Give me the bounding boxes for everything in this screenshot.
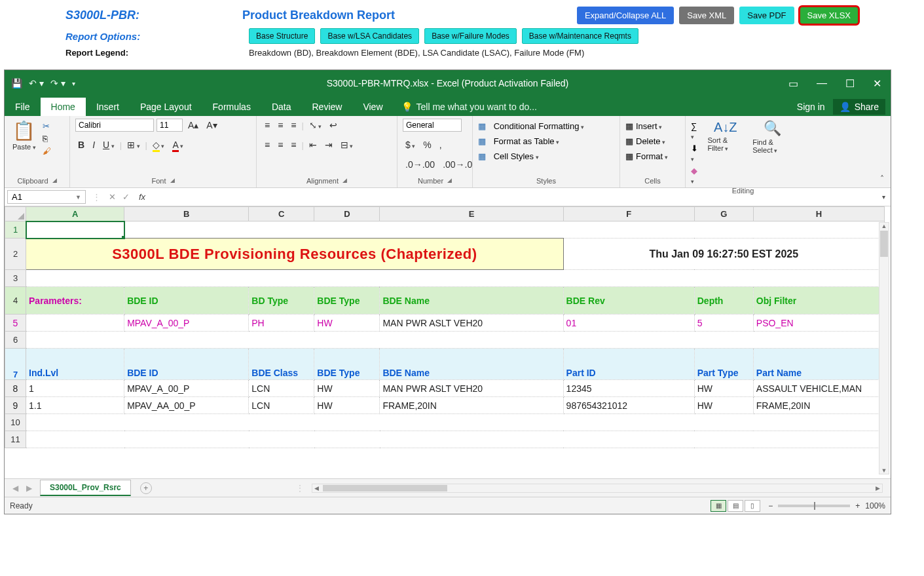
- select-all-corner[interactable]: [5, 207, 26, 221]
- cell-a1[interactable]: [26, 221, 124, 239]
- table-cell[interactable]: HW: [314, 380, 380, 397]
- tab-review[interactable]: Review: [302, 98, 353, 116]
- percent-format-icon[interactable]: %: [420, 138, 434, 151]
- row-header[interactable]: 6: [5, 332, 26, 349]
- sheet-nav-next-icon[interactable]: ▶: [26, 484, 32, 493]
- cut-icon[interactable]: ✂: [43, 121, 51, 131]
- alignment-launcher-icon[interactable]: ◢: [342, 177, 347, 185]
- increase-decimal-icon[interactable]: .0→.00: [403, 158, 437, 171]
- table-cell[interactable]: 987654321012: [563, 397, 694, 414]
- save-icon[interactable]: 💾: [11, 78, 22, 88]
- col-header[interactable]: B: [124, 207, 249, 221]
- table-cell[interactable]: 1.1: [26, 397, 124, 414]
- vertical-scrollbar[interactable]: ▲▼: [879, 222, 889, 474]
- option-maintenance-reqmts[interactable]: Base w/Maintenance Reqmts: [522, 28, 638, 44]
- row-header[interactable]: 10: [5, 414, 26, 431]
- zoom-slider[interactable]: [778, 505, 850, 507]
- row-header[interactable]: 1: [5, 221, 26, 239]
- number-launcher-icon[interactable]: ◢: [447, 177, 452, 185]
- collapse-ribbon-icon[interactable]: ˄: [880, 174, 884, 183]
- font-color-icon[interactable]: A: [170, 138, 186, 151]
- decrease-indent-icon[interactable]: ⇤: [306, 138, 320, 151]
- row-header[interactable]: 7: [5, 349, 26, 380]
- table-cell[interactable]: MPAV_A_00_P: [124, 380, 249, 397]
- cancel-formula-icon[interactable]: ✕: [109, 192, 116, 202]
- zoom-out-icon[interactable]: −: [768, 501, 773, 510]
- zoom-level[interactable]: 100%: [865, 501, 885, 510]
- wrap-text-icon[interactable]: ↩: [327, 119, 340, 132]
- table-cell[interactable]: HW: [314, 397, 380, 414]
- option-lsa-candidates[interactable]: Base w/LSA Candidates: [320, 28, 419, 44]
- align-middle-icon[interactable]: ≡: [275, 119, 286, 132]
- col-header[interactable]: C: [249, 207, 314, 221]
- enter-formula-icon[interactable]: ✓: [122, 192, 130, 202]
- comma-format-icon[interactable]: ,: [437, 138, 445, 151]
- row-header[interactable]: 8: [5, 380, 26, 397]
- col-header[interactable]: H: [753, 207, 884, 221]
- decrease-font-icon[interactable]: A▾: [204, 119, 219, 132]
- find-select-button[interactable]: 🔍Find & Select: [750, 119, 795, 155]
- table-cell[interactable]: ASSAULT VEHICLE,MAN: [753, 380, 884, 397]
- underline-icon[interactable]: U: [100, 138, 117, 151]
- row-header[interactable]: 2: [5, 239, 26, 270]
- fill-color-icon[interactable]: ◇: [150, 138, 168, 151]
- row-header[interactable]: 3: [5, 270, 26, 287]
- bold-icon[interactable]: B: [75, 138, 87, 151]
- zoom-in-icon[interactable]: +: [855, 501, 860, 510]
- orientation-icon[interactable]: ⤡: [306, 119, 325, 132]
- col-header[interactable]: E: [380, 207, 563, 221]
- worksheet-grid[interactable]: A B C D E F G H 1 2S3000L BDE Provisioni…: [5, 206, 891, 478]
- maximize-icon[interactable]: ☐: [836, 71, 864, 96]
- insert-cells-button[interactable]: ▦ Insert: [625, 121, 662, 131]
- row-header[interactable]: 4: [5, 287, 26, 315]
- row-header[interactable]: 11: [5, 431, 26, 448]
- table-cell[interactable]: HW: [694, 397, 753, 414]
- table-cell[interactable]: 1: [26, 380, 124, 397]
- qat-customize-icon[interactable]: ▾: [72, 80, 75, 87]
- number-format-select[interactable]: [403, 119, 462, 132]
- clear-icon[interactable]: ◆: [691, 166, 701, 185]
- col-header[interactable]: F: [563, 207, 694, 221]
- increase-indent-icon[interactable]: ⇥: [322, 138, 335, 151]
- borders-icon[interactable]: ⊞: [124, 138, 143, 151]
- tab-insert[interactable]: Insert: [86, 98, 130, 116]
- table-cell[interactable]: LCN: [249, 397, 314, 414]
- name-box[interactable]: A1▼: [7, 190, 86, 204]
- horizontal-scrollbar[interactable]: ◀▶: [312, 484, 883, 493]
- save-pdf-button[interactable]: Save PDF: [739, 7, 794, 24]
- cell-styles-button[interactable]: ▦ Cell Styles: [478, 151, 539, 161]
- tab-file[interactable]: File: [5, 98, 41, 116]
- fill-icon[interactable]: ⬇: [691, 144, 701, 163]
- align-right-icon[interactable]: ≡: [288, 138, 299, 151]
- minimize-icon[interactable]: —: [807, 71, 836, 96]
- table-cell[interactable]: 12345: [563, 380, 694, 397]
- share-button[interactable]: 👤Share: [833, 99, 885, 115]
- expand-formula-bar-icon[interactable]: ▾: [877, 193, 891, 201]
- align-center-icon[interactable]: ≡: [275, 138, 286, 151]
- clipboard-launcher-icon[interactable]: ◢: [52, 177, 57, 185]
- sign-in-link[interactable]: Sign in: [789, 98, 833, 116]
- table-cell[interactable]: MAN PWR ASLT VEH20: [380, 380, 563, 397]
- align-bottom-icon[interactable]: ≡: [288, 119, 299, 132]
- tab-formulas[interactable]: Formulas: [202, 98, 261, 116]
- format-as-table-button[interactable]: ▦ Format as Table: [478, 136, 559, 146]
- close-icon[interactable]: ✕: [864, 71, 891, 96]
- font-launcher-icon[interactable]: ◢: [170, 177, 175, 185]
- table-cell[interactable]: HW: [694, 380, 753, 397]
- align-top-icon[interactable]: ≡: [262, 119, 272, 132]
- save-xml-button[interactable]: Save XML: [679, 7, 734, 24]
- table-cell[interactable]: FRAME,20IN: [753, 397, 884, 414]
- format-painter-icon[interactable]: 🖌: [43, 146, 51, 156]
- format-cells-button[interactable]: ▦ Format: [625, 151, 668, 161]
- table-cell[interactable]: LCN: [249, 380, 314, 397]
- delete-cells-button[interactable]: ▦ Delete: [625, 136, 665, 146]
- sheet-tab[interactable]: S3000L_Prov_Rsrc: [40, 480, 131, 496]
- view-normal-icon[interactable]: ▦: [711, 500, 726, 512]
- decrease-decimal-icon[interactable]: .00→.0: [440, 158, 475, 171]
- fx-icon[interactable]: fx: [134, 192, 151, 202]
- col-header[interactable]: A: [26, 207, 124, 221]
- view-page-break-icon[interactable]: ▯: [745, 500, 760, 512]
- row-header[interactable]: 9: [5, 397, 26, 414]
- option-failure-modes[interactable]: Base w/Failure Modes: [424, 28, 517, 44]
- italic-icon[interactable]: I: [90, 138, 98, 151]
